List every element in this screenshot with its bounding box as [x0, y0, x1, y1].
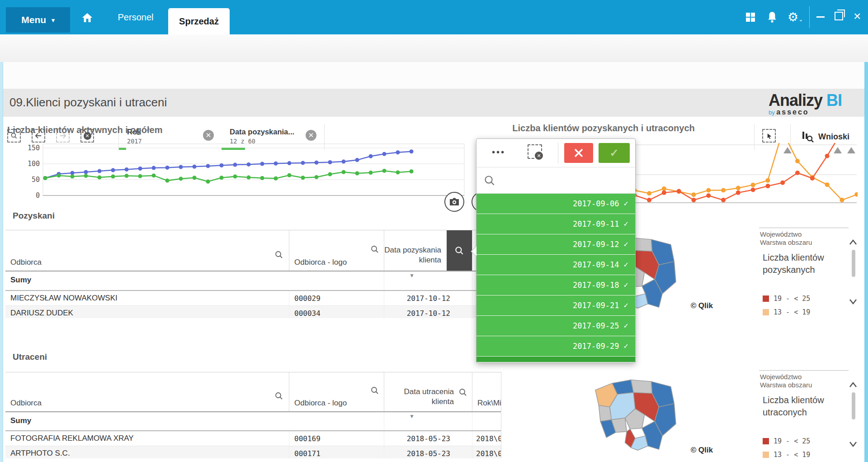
column-label: Rok\Mie [477, 399, 501, 408]
popup-list-item[interactable]: 2017-09-11✓ [476, 214, 635, 234]
popup-item-value: 2017-09-06 [573, 199, 619, 208]
cell-rok[interactable]: 2018\05 [472, 431, 501, 446]
apps-grid-button[interactable] [745, 12, 756, 24]
column-header-odbiorca-logo[interactable]: Odbiorca - logo [289, 372, 384, 411]
cell-data[interactable]: 2017-10-12 [384, 306, 472, 318]
search-icon[interactable] [274, 250, 283, 262]
map-copyright: © Qlik [676, 446, 713, 455]
snapshot-camera-button[interactable] [444, 192, 464, 212]
totals-label: Sumy [10, 416, 31, 425]
table-row[interactable]: FOTOGRAFIA REKLAMOWA XRAY 000169 2018-05… [5, 431, 501, 446]
page-title: 09.Klienci pozyskani i utraceni [9, 95, 167, 110]
popup-list-item[interactable]: 2017-09-21✓ [476, 295, 635, 316]
chip-close-button[interactable]: ✕ [306, 130, 316, 141]
cell-data[interactable]: 2017-10-12 [384, 291, 472, 305]
table-row[interactable]: DARIUSZ DUDEK 000034 2017-10-12 2 [5, 306, 501, 318]
cell-data[interactable]: 2018-05-23 [384, 431, 472, 446]
sheet-title-bar: 09.Klienci pozyskani i utraceni Analizy … [0, 89, 868, 117]
check-icon: ✓ [609, 147, 618, 159]
map-legend-pozyskani: Województwo Warstwa obszaru Liczba klien… [759, 228, 849, 322]
check-icon: ✓ [623, 342, 629, 350]
cell-logo[interactable]: 000029 [289, 291, 384, 305]
confirm-selection-button[interactable]: ✓ [599, 143, 630, 163]
cell-odbiorca[interactable]: FOTOGRAFIA REKLAMOWA XRAY [5, 431, 289, 446]
column-header-odbiorca[interactable]: Odbiorca [5, 230, 289, 271]
legend-class-label: 13 - < 19 [774, 451, 810, 459]
window-edge-left [0, 62, 3, 462]
popup-list-item[interactable]: 2017-09-06✓ [476, 194, 635, 214]
settings-button[interactable]: ⚙⌄ [788, 10, 803, 24]
map-legend-utraceni: Województwo Warstwa obszaru Liczba klien… [759, 370, 849, 462]
totals-row: Sumy [5, 271, 501, 291]
column-header-odbiorca-logo[interactable]: Odbiorca - logo [289, 230, 384, 271]
legend-class: 19 - < 25 [763, 437, 810, 446]
popup-list-item[interactable]: 2017-09-14✓ [476, 255, 635, 275]
line-chart-active-customers[interactable]: 050100150 [18, 140, 470, 200]
popup-search-field[interactable] [476, 167, 635, 194]
table-utraceni: Odbiorca Odbiorca - logo Data utracenia … [5, 372, 501, 458]
legend-class-label: 19 - < 25 [774, 295, 810, 303]
cell-odbiorca[interactable]: MIECZYSŁAW NOWAKOWSKI [5, 291, 289, 305]
legend-dimension: Województwo [760, 230, 802, 238]
window-minimize-button[interactable] [816, 16, 825, 18]
svg-text:100: 100 [28, 160, 40, 168]
column-label: Odbiorca - logo [294, 258, 347, 267]
cell-data[interactable]: 2018-05-23 [384, 446, 472, 458]
tab-sprzedaz[interactable]: Sprzedaż [168, 8, 230, 34]
cell-odbiorca[interactable]: ARTPHOTO S.C. [5, 446, 289, 458]
popup-list-item[interactable]: 2017-09-18✓ [476, 275, 635, 295]
popup-list-item[interactable]: 2017-09-25✓ [476, 316, 635, 336]
tab-personel[interactable]: Personel [108, 0, 163, 34]
legend-measure: utraconych [763, 407, 807, 417]
scroll-down-button[interactable] [849, 441, 857, 448]
cancel-selection-button[interactable] [564, 143, 593, 163]
popup-list-item[interactable]: 2017-09-12✓ [476, 234, 635, 255]
scroll-up-button[interactable] [849, 239, 857, 245]
top-bar: Menu ▾ Personel Sprzedaż ⚙⌄ [0, 0, 868, 34]
brand-logo: Analizy BI by asseco [769, 91, 864, 116]
totals-row: Sumy [5, 412, 501, 431]
table-row[interactable]: ARTPHOTO S.C. 000171 2018-05-23 2018\05 [5, 446, 501, 458]
search-icon[interactable] [458, 388, 467, 399]
table-row[interactable]: MIECZYSŁAW NOWAKOWSKI 000029 2017-10-12 … [5, 291, 501, 306]
notifications-button[interactable] [766, 11, 778, 25]
cell-logo[interactable]: 000171 [289, 446, 384, 458]
window-restore-button[interactable] [835, 12, 843, 20]
column-header-rok-mie[interactable]: Rok\Mie [472, 372, 501, 411]
section-heading-pozyskani: Pozyskani [13, 211, 55, 221]
scroll-down-button[interactable] [849, 299, 857, 305]
popup-list-item[interactable]: 2017-09-29✓ [476, 336, 635, 357]
popup-item-value: 2017-09-29 [573, 342, 619, 351]
svg-text:50: 50 [32, 176, 40, 184]
scroll-up-button[interactable] [849, 381, 857, 388]
svg-text:0: 0 [36, 191, 40, 200]
check-icon: ✓ [623, 220, 629, 228]
logo-brand-name: asseco [776, 108, 809, 116]
map-utraceni[interactable] [588, 374, 689, 459]
cell-odbiorca[interactable]: DARIUSZ DUDEK [5, 306, 289, 318]
check-icon: ✓ [623, 322, 629, 330]
menu-button[interactable]: Menu ▾ [6, 7, 70, 33]
more-options-button[interactable]: ••• [492, 147, 505, 157]
scrollbar-thumb[interactable] [852, 392, 855, 419]
chip-name: Data pozyskania... [230, 128, 294, 136]
column-header-odbiorca[interactable]: Odbiorca [5, 372, 289, 411]
column-header-data-utracenia[interactable]: Data utracenia klienta [384, 372, 472, 411]
check-icon: ✓ [623, 281, 629, 289]
scrollbar-thumb[interactable] [852, 250, 855, 277]
cell-rok[interactable]: 2018\05 [472, 446, 501, 458]
logo-main: Analizy [769, 91, 822, 110]
home-button[interactable] [80, 11, 94, 24]
window-close-button[interactable]: × [854, 9, 861, 24]
active-search-button[interactable] [447, 230, 472, 271]
cell-logo[interactable]: 000034 [289, 306, 384, 318]
table-pozyskani: Odbiorca Odbiorca - logo Data pozyskania… [5, 230, 501, 318]
search-icon[interactable] [370, 245, 379, 256]
cell-logo[interactable]: 000169 [289, 431, 384, 446]
clear-circle-icon: ✕ [534, 151, 544, 161]
search-icon[interactable] [370, 386, 379, 397]
chip-close-button[interactable]: ✕ [203, 130, 214, 141]
search-icon[interactable] [274, 391, 283, 403]
column-header-data-pozyskania[interactable]: Data pozyskania klienta [384, 230, 472, 271]
clear-selection-button[interactable]: ✕ [528, 144, 542, 159]
